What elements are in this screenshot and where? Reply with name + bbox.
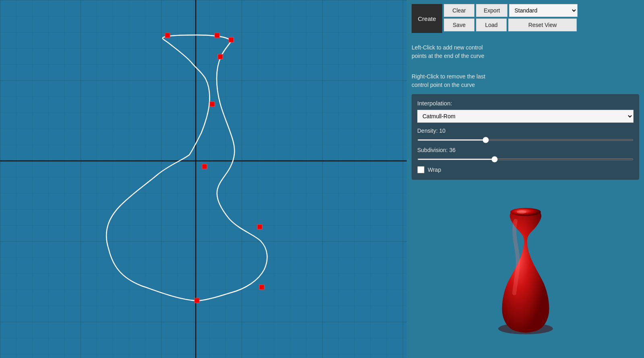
svg-rect-5	[165, 33, 170, 38]
svg-rect-9	[210, 102, 215, 107]
interpolation-panel: Interpolation: Catmull-Rom Linear B-Spli…	[412, 94, 639, 180]
vase-3d-svg	[481, 201, 570, 337]
right-click-instruction: Right-Click to remove the last control p…	[412, 72, 492, 89]
reset-view-button[interactable]: Reset View	[508, 19, 577, 31]
drawing-canvas[interactable]	[0, 0, 407, 358]
left-click-instruction: Left-Click to add new control points at …	[412, 43, 492, 60]
wrap-row: Wrap	[417, 166, 634, 173]
subdivision-slider[interactable]	[417, 158, 634, 160]
interpolation-label: Interpolation:	[417, 100, 634, 107]
svg-rect-6	[215, 33, 219, 38]
svg-rect-2	[0, 0, 407, 358]
bottom-btn-row: Save Load Reset View	[444, 19, 578, 31]
export-button[interactable]: Export	[476, 4, 507, 17]
interpolation-method-select[interactable]: Catmull-Rom Linear B-Spline	[417, 110, 634, 123]
instructions-block: Left-Click to add new control points at …	[412, 39, 639, 89]
clear-button[interactable]: Clear	[444, 4, 474, 17]
wrap-label: Wrap	[428, 167, 441, 173]
svg-rect-12	[259, 285, 264, 290]
save-button[interactable]: Save	[444, 19, 474, 31]
canvas-area[interactable]	[0, 0, 407, 358]
svg-point-16	[517, 210, 526, 214]
svg-rect-8	[218, 54, 223, 59]
create-button[interactable]: Create	[412, 4, 442, 33]
svg-rect-11	[257, 224, 262, 229]
right-panel: Create Clear Export Standard Wireframe S…	[407, 0, 644, 358]
load-button[interactable]: Load	[476, 19, 507, 31]
top-btn-row: Clear Export Standard Wireframe Solid	[444, 4, 578, 17]
subdivision-label: Subdivision: 36	[417, 147, 634, 153]
toolbar: Create Clear Export Standard Wireframe S…	[412, 4, 639, 33]
density-slider[interactable]	[417, 139, 634, 141]
vase-preview	[412, 184, 639, 354]
button-group: Clear Export Standard Wireframe Solid Sa…	[444, 4, 578, 33]
svg-rect-10	[202, 164, 207, 169]
wrap-checkbox[interactable]	[417, 166, 425, 173]
svg-rect-13	[195, 298, 199, 303]
subdivision-row: Subdivision: 36	[417, 147, 634, 161]
svg-rect-7	[229, 37, 234, 42]
view-mode-select[interactable]: Standard Wireframe Solid	[509, 4, 578, 17]
density-row: Density: 10	[417, 128, 634, 142]
density-label: Density: 10	[417, 128, 634, 134]
